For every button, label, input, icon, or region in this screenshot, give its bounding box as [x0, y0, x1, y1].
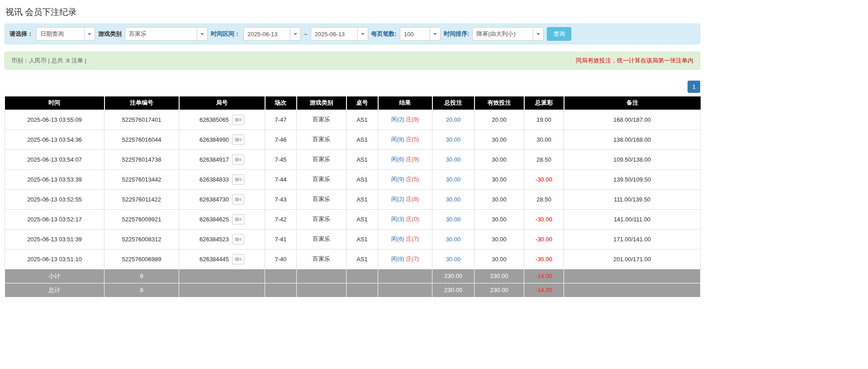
cell-bet-id: 522576013442: [104, 169, 179, 189]
date-from-picker[interactable]: [243, 27, 301, 41]
cell-bet-id: 522576016044: [104, 129, 179, 149]
total-row: 总计 8 230.00 230.00 -14.00: [5, 283, 701, 297]
date-range-label: 时间区间：: [211, 30, 240, 38]
search-button[interactable]: 查询: [547, 27, 571, 41]
cell-session: 7-42: [265, 209, 297, 229]
cell-total-bet: 30.00: [432, 189, 474, 209]
cell-session: 7-45: [265, 149, 297, 169]
cell-result: 闲(2) 庄(8): [378, 189, 432, 209]
cell-bet-id: 522576009921: [104, 209, 179, 229]
sort-order-select[interactable]: [472, 27, 544, 41]
footer-empty-cell: [378, 283, 432, 297]
bet-records-table: 时间注单编号局号场次游戏类别桌号结果总投注有效投注总派彩备注 2025-06-1…: [5, 96, 701, 297]
result-player: 闲(8): [391, 255, 404, 262]
total-bet-link[interactable]: 30.00: [446, 156, 461, 163]
result-player: 闲(2): [391, 116, 404, 123]
page-title: 视讯 会员下注纪录: [5, 0, 700, 24]
cell-valid-bet: 30.00: [474, 209, 524, 229]
cell-time: 2025-06-13 03:54:36: [5, 129, 104, 149]
total-bet-link[interactable]: 30.00: [446, 236, 461, 243]
game-type-caret-button[interactable]: [197, 28, 207, 40]
cell-result: 闲(3) 庄(0): [378, 209, 432, 229]
video-replay-button[interactable]: [232, 234, 244, 244]
video-replay-button[interactable]: [232, 174, 244, 185]
date-from-input[interactable]: [244, 28, 290, 40]
cell-game-type: 百家乐: [297, 209, 346, 229]
result-player: 闲(9): [391, 176, 404, 182]
date-from-caret-button[interactable]: [290, 28, 300, 40]
total-bet-link[interactable]: 30.00: [446, 196, 461, 203]
page-size-caret-button[interactable]: [430, 28, 440, 40]
game-type-input[interactable]: [125, 28, 197, 40]
footer-empty-cell: [564, 269, 701, 283]
page-button-1[interactable]: 1: [688, 81, 700, 93]
video-camera-icon: [235, 257, 242, 262]
video-camera-icon: [235, 117, 242, 122]
result-banker: 庄(7): [406, 235, 419, 242]
chevron-down-icon: [361, 33, 365, 35]
cell-time: 2025-06-13 03:53:39: [5, 169, 104, 189]
cell-valid-bet: 30.00: [474, 189, 524, 209]
round-number: 626384445: [199, 256, 229, 263]
cell-table-no: AS1: [346, 110, 378, 129]
cell-table-no: AS1: [346, 209, 378, 229]
date-to-picker[interactable]: [311, 27, 368, 41]
date-to-caret-button[interactable]: [357, 28, 368, 40]
date-type-select[interactable]: [36, 27, 95, 41]
cell-time: 2025-06-13 03:51:39: [5, 229, 104, 249]
cell-total-bet: 30.00: [432, 129, 474, 149]
round-number: 626384625: [199, 216, 229, 223]
page-size-input[interactable]: [400, 28, 430, 40]
column-header-8: 有效投注: [474, 96, 524, 110]
video-replay-button[interactable]: [232, 154, 244, 165]
total-bet-link[interactable]: 30.00: [446, 216, 461, 223]
video-replay-button[interactable]: [232, 214, 244, 225]
table-row: 2025-06-13 03:51:10 522576006989 6263844…: [5, 249, 701, 269]
cell-round-id: 626384523: [179, 229, 265, 249]
cell-remark: 201.00/171.00: [564, 249, 701, 269]
cell-time: 2025-06-13 03:52:17: [5, 209, 104, 229]
table-row: 2025-06-13 03:54:07 522576014738 6263849…: [5, 149, 701, 169]
video-replay-button[interactable]: [232, 254, 244, 264]
cell-bet-id: 522576011422: [104, 189, 179, 209]
date-to-input[interactable]: [311, 28, 357, 40]
total-bet-link[interactable]: 30.00: [446, 136, 461, 143]
cell-total-bet: 30.00: [432, 229, 474, 249]
cell-game-type: 百家乐: [297, 169, 346, 189]
chevron-down-icon: [433, 33, 437, 35]
cell-session: 7-41: [265, 229, 297, 249]
column-header-10: 备注: [564, 96, 701, 110]
column-header-3: 场次: [265, 96, 297, 110]
video-camera-icon: [235, 197, 242, 202]
cell-session: 7-40: [265, 249, 297, 269]
subtotal-count: 8: [104, 269, 179, 283]
video-camera-icon: [235, 137, 242, 142]
cell-result: 闲(2) 庄(9): [378, 110, 432, 129]
cell-total-bet: 30.00: [432, 209, 474, 229]
game-type-select[interactable]: [125, 27, 208, 41]
footer-empty-cell: [297, 283, 346, 297]
total-bet-link[interactable]: 20.00: [446, 116, 461, 123]
cell-round-id: 626384833: [179, 169, 265, 189]
round-number: 626385065: [199, 116, 229, 123]
date-type-input[interactable]: [37, 28, 84, 40]
cell-result: 闲(8) 庄(7): [378, 249, 432, 269]
cell-table-no: AS1: [346, 229, 378, 249]
page-size-select[interactable]: [400, 27, 441, 41]
video-replay-button[interactable]: [232, 134, 244, 145]
result-banker: 庄(0): [406, 216, 419, 222]
total-bet-link[interactable]: 30.00: [446, 256, 461, 263]
sort-order-input[interactable]: [473, 28, 533, 40]
cell-round-id: 626384917: [179, 149, 265, 169]
total-bet-link[interactable]: 30.00: [446, 176, 461, 183]
sort-order-caret-button[interactable]: [533, 28, 543, 40]
result-banker: 庄(7): [406, 255, 419, 262]
result-player: 闲(3): [391, 216, 404, 222]
video-replay-button[interactable]: [232, 115, 244, 125]
cell-payout: 19.00: [524, 110, 564, 129]
pagination: 1: [5, 81, 700, 93]
date-type-caret-button[interactable]: [84, 28, 95, 40]
video-replay-button[interactable]: [232, 194, 244, 205]
chevron-down-icon: [88, 33, 91, 35]
cell-valid-bet: 30.00: [474, 249, 524, 269]
